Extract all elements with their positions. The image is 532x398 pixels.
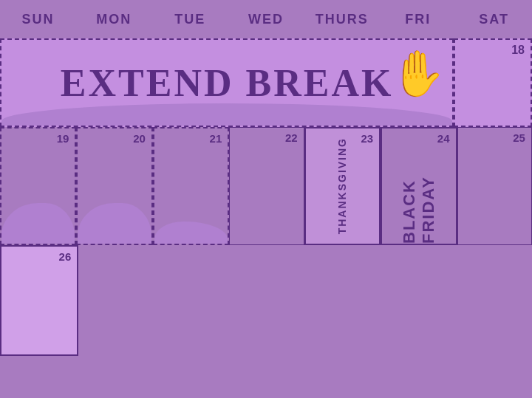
- sat-18-cell: 18: [454, 38, 532, 127]
- empty-cell-4: [305, 245, 381, 356]
- date-21: 21: [210, 132, 222, 145]
- date-23: 23: [361, 132, 373, 145]
- empty-cell-6: [457, 245, 532, 356]
- day-wed: WED: [228, 0, 304, 38]
- extend-break-banner: EXTEND BREAK: [61, 61, 394, 105]
- empty-cell-1: [78, 245, 154, 356]
- extend-break-cell: EXTEND BREAK 🤚: [0, 38, 454, 127]
- black-friday-label: BLACK FRIDAY: [400, 128, 438, 244]
- day-sat: SAT: [456, 0, 532, 38]
- cell-26: 26: [0, 245, 78, 356]
- cell-21: 21: [153, 127, 229, 245]
- calendar: EXTEND BREAK 🤚 18 19 20 21 22: [0, 38, 532, 398]
- day-mon: MON: [76, 0, 152, 38]
- row2: 19 20 21 22 23 THANKSGIVING 24 BLACK FRI…: [0, 127, 532, 245]
- date-18: 18: [511, 44, 525, 57]
- cell-25: 25: [457, 127, 532, 245]
- black-friday-cell: 24 BLACK FRIDAY: [381, 127, 457, 245]
- day-thurs: THURS: [304, 0, 380, 38]
- date-20: 20: [133, 132, 146, 145]
- cell-22: 22: [229, 127, 304, 245]
- date-25: 25: [513, 131, 525, 144]
- thanksgiving-label: THANKSGIVING: [336, 137, 348, 234]
- row1: EXTEND BREAK 🤚 18: [0, 38, 532, 127]
- day-sun: SUN: [0, 0, 76, 38]
- day-tue: TUE: [152, 0, 228, 38]
- empty-cell-3: [230, 245, 305, 356]
- date-22: 22: [285, 131, 298, 144]
- cloud-20: [78, 203, 151, 244]
- date-26: 26: [59, 250, 72, 263]
- cloud-decoration: [1, 103, 452, 127]
- hand-emoji-icon: 🤚: [389, 47, 445, 100]
- date-19: 19: [57, 132, 69, 145]
- row3: 26: [0, 245, 532, 356]
- header-row: SUN MON TUE WED THURS FRI SAT: [0, 0, 532, 38]
- empty-cell-5: [381, 245, 456, 356]
- cell-20: 20: [76, 127, 152, 245]
- cloud-19: [1, 203, 75, 244]
- thanksgiving-cell: 23 THANKSGIVING: [304, 127, 381, 245]
- day-fri: FRI: [380, 0, 456, 38]
- empty-cell-2: [154, 245, 230, 356]
- date-24: 24: [437, 132, 450, 145]
- cell-19: 19: [0, 127, 76, 245]
- cloud-21: [154, 222, 228, 244]
